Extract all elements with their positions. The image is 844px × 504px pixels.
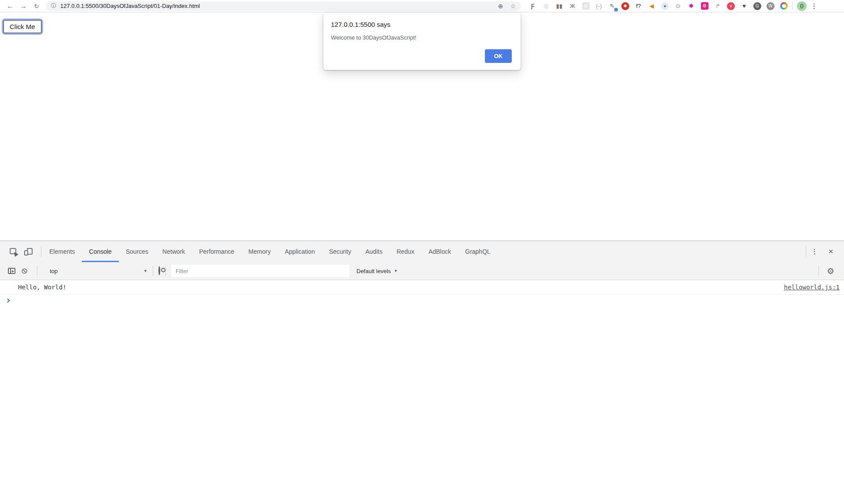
click-me-focus-ring: Click Me	[2, 18, 43, 35]
console-sidebar-toggle[interactable]	[5, 262, 18, 280]
font-question-glyph: f?	[634, 2, 643, 11]
pocket-glyph: ∨	[727, 2, 735, 10]
megaphone-glyph: ◀	[647, 2, 656, 11]
back-icon[interactable]: ←	[4, 3, 17, 10]
toolbar-separator-4	[818, 266, 819, 276]
devtools-left-icons	[0, 241, 36, 262]
devtools-tabs: ElementsConsoleSourcesNetworkPerformance…	[42, 241, 498, 262]
console-prompt[interactable]	[0, 295, 844, 302]
disabled-gear-glyph: ⚙	[582, 2, 590, 10]
paren-dash-icon[interactable]: (-)	[592, 0, 605, 12]
megaphone-icon[interactable]: ◀	[645, 0, 658, 12]
tab-redux[interactable]: Redux	[389, 241, 421, 262]
json-viewer-extension-icon[interactable]: {}	[795, 0, 808, 12]
live-expression-button[interactable]	[158, 267, 160, 275]
heart-search-icon[interactable]: ♥	[738, 0, 751, 12]
bug-icon[interactable]: Ж	[566, 0, 579, 12]
toolbar-separator-3	[165, 266, 166, 276]
clear-console-icon: ⊘	[21, 267, 28, 275]
braces-icon: {}	[797, 1, 807, 11]
sidebar-icon	[8, 268, 15, 274]
dark-g-glyph: G	[753, 2, 761, 10]
log-levels-selector[interactable]: Default levels ▼	[356, 268, 398, 274]
alert-message: Welcome to 30DaysOfJavaScript!	[331, 34, 416, 41]
dark-g-icon[interactable]: G	[751, 0, 764, 12]
context-label: top	[50, 268, 58, 274]
device-toolbar-icon[interactable]	[21, 241, 36, 262]
tab-adblock[interactable]: AdBlock	[422, 241, 458, 262]
font-question-icon[interactable]: f?	[632, 0, 645, 12]
bookmark-star-icon[interactable]: ☆	[510, 3, 516, 10]
tab-elements[interactable]: Elements	[42, 241, 82, 262]
chevron-down-icon: ▼	[143, 269, 147, 273]
devtools-menu-icon[interactable]: ⋮	[806, 248, 823, 256]
disabled-gear-icon[interactable]: ⚙	[579, 0, 592, 12]
reload-icon[interactable]: ↻	[30, 3, 43, 9]
tabbar-right: ⋮ ×	[806, 241, 844, 262]
devtools-close-icon[interactable]: ×	[823, 247, 839, 256]
tabbar-separator	[41, 246, 41, 257]
w-circle-glyph: W	[767, 2, 774, 10]
tab-memory[interactable]: Memory	[242, 241, 278, 262]
alert-title: 127.0.0.1:5500 says	[331, 21, 390, 28]
console-message-row: Hello, World! helloworld.js:1	[0, 280, 844, 295]
w-circle-icon[interactable]: W	[764, 0, 777, 12]
url-bar[interactable]: ⓘ 127.0.0.1:5500/30DaysOfJavaScript/01-D…	[46, 1, 521, 11]
tab-performance[interactable]: Performance	[192, 241, 241, 262]
url-text[interactable]: 127.0.0.1:5500/30DaysOfJavaScript/01-Day…	[60, 3, 200, 9]
filter-input[interactable]	[171, 265, 349, 277]
tab-application[interactable]: Application	[278, 241, 322, 262]
chevron-down-icon: ▼	[394, 269, 398, 273]
color-picker-icon[interactable]: ✎	[605, 0, 619, 12]
color-picker-badge	[614, 8, 618, 11]
graphql-atom-glyph: ✱	[687, 2, 696, 11]
inspect-element-icon[interactable]	[6, 241, 21, 262]
browser-menu-icon[interactable]: ⋮	[808, 2, 820, 10]
tab-console[interactable]: Console	[82, 241, 118, 262]
pink-gear-icon[interactable]: ⚙	[698, 0, 711, 12]
devtools-tabbar: ElementsConsoleSourcesNetworkPerformance…	[0, 241, 844, 262]
console-message-text: Hello, World!	[18, 284, 784, 291]
gray-arrows-icon[interactable]: ↱	[711, 0, 724, 12]
tab-graphql[interactable]: GraphQL	[458, 241, 498, 262]
forward-icon[interactable]: →	[17, 3, 30, 10]
click-me-button[interactable]: Click Me	[3, 20, 42, 33]
eye-icon	[158, 266, 160, 275]
console-output: Hello, World! helloworld.js:1	[0, 280, 844, 504]
heart-search-glyph: ♥	[740, 2, 749, 11]
adblock-hand-icon[interactable]: ✱	[619, 0, 632, 12]
fonts-ninja-icon[interactable]: Ƒ	[526, 0, 539, 12]
pocket-icon[interactable]: ∨	[724, 0, 738, 12]
ghost-target-icon[interactable]: ◎	[539, 0, 553, 12]
console-source-link[interactable]: helloworld.js:1	[784, 284, 840, 291]
paren-dash-glyph: (-)	[594, 2, 603, 11]
alert-ok-button[interactable]: OK	[485, 49, 512, 63]
browser-toolbar: ← → ↻ ⓘ 127.0.0.1:5500/30DaysOfJavaScrip…	[0, 0, 844, 12]
color-ring-icon[interactable]	[777, 0, 790, 12]
blue-orb-icon[interactable]: ●	[658, 0, 672, 12]
page-zoom-icon[interactable]: ⊕	[498, 3, 503, 10]
execution-context-selector[interactable]: top ▼	[50, 268, 147, 274]
extensions-area: Ƒ◎▮▮Ж⚙(-)✎✱f?◀●⊙✱⚙↱∨♥GW	[526, 0, 790, 12]
pink-gear-glyph: ⚙	[701, 2, 708, 10]
clear-console-button[interactable]: ⊘	[18, 262, 32, 280]
camera-icon[interactable]: ⊙	[672, 0, 685, 12]
devtools-panel: ElementsConsoleSourcesNetworkPerformance…	[0, 241, 844, 504]
alert-dialog: 127.0.0.1:5500 says Welcome to 30DaysOfJ…	[323, 13, 521, 70]
graphql-atom-icon[interactable]: ✱	[685, 0, 698, 12]
tab-audits[interactable]: Audits	[358, 241, 389, 262]
camera-glyph: ⊙	[674, 2, 683, 11]
tab-sources[interactable]: Sources	[119, 241, 155, 262]
site-info-icon[interactable]: ⓘ	[51, 2, 56, 10]
fonts-ninja-glyph: Ƒ	[528, 2, 537, 11]
inspect-cursor-icon	[10, 248, 17, 255]
console-settings-gear-icon[interactable]: ⚙	[827, 267, 834, 275]
color-ring-glyph	[780, 2, 788, 10]
toolbar-separator	[792, 2, 793, 10]
tab-security[interactable]: Security	[322, 241, 359, 262]
orange-blocks-icon[interactable]: ▮▮	[553, 0, 566, 12]
tab-network[interactable]: Network	[155, 241, 192, 262]
console-prompt-chevron-icon	[6, 299, 10, 303]
tabbar-spacer	[498, 241, 806, 262]
toolbar-separator-1	[37, 266, 37, 276]
